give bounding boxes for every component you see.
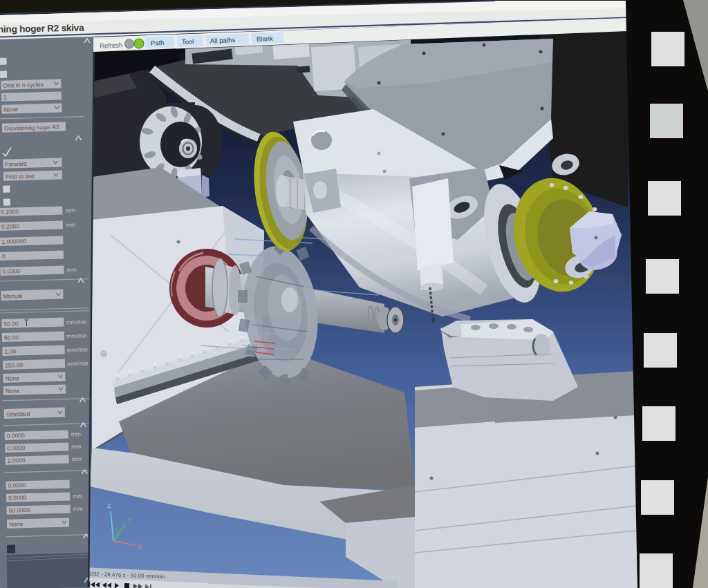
- svg-text:mm/min: mm/min: [66, 346, 88, 354]
- svg-text:0.0000: 0.0000: [8, 494, 27, 502]
- svg-text:One in n cycles: One in n cycles: [3, 81, 43, 89]
- svg-text:0.0000: 0.0000: [7, 432, 26, 439]
- svg-text:None: None: [9, 520, 24, 528]
- svg-text:Standard: Standard: [6, 410, 30, 418]
- svg-text:All paths: All paths: [210, 36, 236, 44]
- svg-text:50.00: 50.00: [4, 334, 19, 341]
- svg-text:250.00: 250.00: [5, 361, 24, 369]
- svg-text:0.0300: 0.0300: [2, 267, 21, 275]
- svg-text:mm: mm: [66, 221, 75, 228]
- svg-text:0: 0: [2, 253, 6, 260]
- svg-text:Manual: Manual: [3, 292, 22, 300]
- svg-text:mm: mm: [73, 493, 82, 500]
- svg-text:1.00: 1.00: [4, 348, 16, 354]
- svg-text:1: 1: [3, 94, 7, 101]
- svg-text:mm/min: mm/min: [66, 332, 88, 340]
- svg-text:0.0000: 0.0000: [8, 482, 26, 489]
- svg-text:1.000000: 1.000000: [1, 238, 26, 245]
- svg-text:Refresh: Refresh: [100, 41, 123, 49]
- svg-text:mm/min: mm/min: [66, 319, 87, 326]
- svg-text:0.2000: 0.2000: [1, 222, 20, 230]
- svg-text:mm: mm: [73, 505, 82, 512]
- svg-text:None: None: [6, 387, 20, 395]
- svg-text:mm: mm: [66, 266, 76, 273]
- svg-text:Y: Y: [128, 516, 132, 523]
- svg-text:Forward: Forward: [5, 160, 27, 168]
- svg-text:mm/min: mm/min: [67, 360, 88, 368]
- svg-text:None: None: [3, 106, 18, 113]
- svg-text:mm: mm: [71, 430, 81, 437]
- svg-text:None: None: [5, 374, 19, 382]
- svg-text:ning hoger R2 skiva: ning hoger R2 skiva: [0, 23, 84, 35]
- svg-text:Tool: Tool: [182, 37, 194, 46]
- svg-text:50.00: 50.00: [3, 320, 19, 328]
- svg-text:Z: Z: [107, 502, 111, 509]
- svg-text:mm: mm: [72, 455, 82, 462]
- svg-text:First to last: First to last: [6, 173, 35, 180]
- svg-text:mm: mm: [71, 443, 81, 450]
- svg-text:X: X: [138, 544, 142, 551]
- svg-text:2.0000: 2.0000: [8, 457, 26, 464]
- svg-text:0.0000: 0.0000: [7, 444, 26, 452]
- svg-text:Blank: Blank: [257, 35, 273, 43]
- svg-text:50.0000: 50.0000: [8, 506, 30, 514]
- svg-text:0.2000: 0.2000: [1, 208, 19, 216]
- svg-text:mm: mm: [65, 207, 75, 214]
- svg-text:Path: Path: [151, 39, 165, 47]
